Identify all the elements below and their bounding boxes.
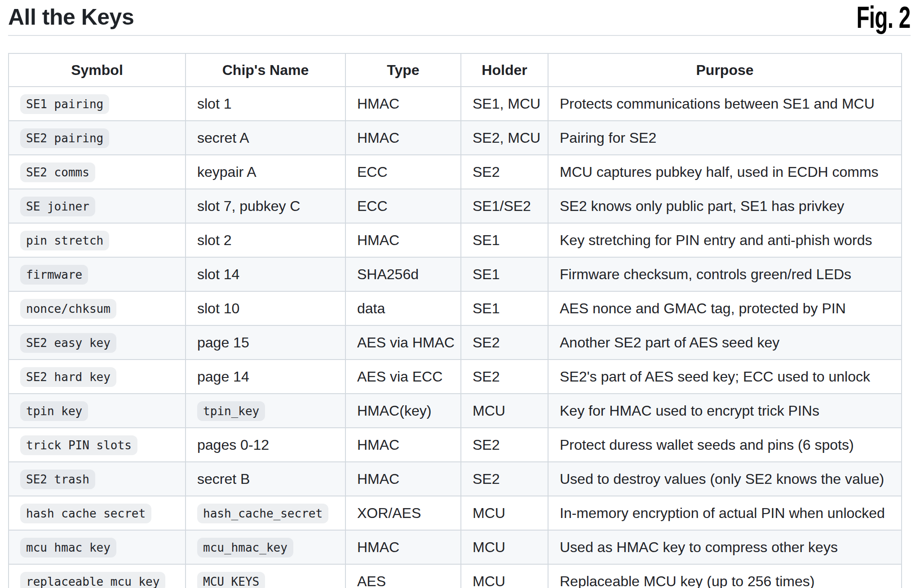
chip-name-cell: slot 2 — [186, 223, 345, 257]
symbol-cell: firmware — [9, 257, 186, 291]
holder-cell: SE1, MCU — [461, 87, 548, 121]
holder-cell: SE1 — [461, 291, 548, 325]
table-row: SE1 pairing slot 1 HMAC SE1, MCU Protect… — [9, 87, 902, 121]
purpose-cell: In-memory encryption of actual PIN when … — [548, 496, 902, 530]
table-row: trick PIN slots pages 0-12 HMAC SE2 Prot… — [9, 428, 902, 462]
symbol-cell: SE2 hard key — [9, 360, 186, 394]
chip-name-cell: slot 14 — [186, 257, 345, 291]
purpose-cell: Protects communications between SE1 and … — [548, 87, 902, 121]
symbol-code-pill: nonce/chksum — [20, 299, 116, 319]
header-type: Type — [345, 53, 461, 87]
symbol-cell: SE2 pairing — [9, 121, 186, 155]
header-holder: Holder — [461, 53, 548, 87]
symbol-cell: SE2 easy key — [9, 325, 186, 360]
holder-cell: SE1 — [461, 223, 548, 257]
chip-name-cell: tpin_key — [186, 394, 345, 428]
holder-cell: MCU — [461, 496, 548, 530]
purpose-cell: Used to destroy values (only SE2 knows t… — [548, 462, 902, 496]
table-header: Symbol Chip's Name Type Holder Purpose — [9, 53, 902, 87]
chip-name-cell: keypair A — [186, 155, 345, 189]
type-cell: data — [345, 291, 461, 325]
chip-name-cell: secret A — [186, 121, 345, 155]
chip-name-code-pill: MCU_KEYS — [197, 572, 265, 588]
purpose-cell: Used as HMAC key to compress other keys — [548, 530, 902, 564]
symbol-code-pill: firmware — [20, 265, 88, 285]
chip-name-cell: mcu_hmac_key — [186, 530, 345, 564]
symbol-cell: replaceable mcu key — [9, 564, 186, 588]
symbol-cell: SE joiner — [9, 189, 186, 223]
holder-cell: SE1 — [461, 257, 548, 291]
symbol-code-pill: tpin key — [20, 401, 88, 421]
header-chips-name: Chip's Name — [186, 53, 345, 87]
purpose-cell: Pairing for SE2 — [548, 121, 902, 155]
table-row: SE2 pairing secret A HMAC SE2, MCU Pairi… — [9, 121, 902, 155]
symbol-cell: hash cache secret — [9, 496, 186, 530]
holder-cell: SE2 — [461, 325, 548, 360]
holder-cell: SE2 — [461, 360, 548, 394]
chip-name-cell: slot 10 — [186, 291, 345, 325]
holder-cell: SE2 — [461, 428, 548, 462]
chip-name-code-pill: mcu_hmac_key — [197, 538, 293, 557]
type-cell: AES via HMAC — [345, 325, 461, 360]
symbol-code-pill: mcu hmac key — [20, 538, 116, 557]
purpose-cell: SE2 knows only public part, SE1 has priv… — [548, 189, 902, 223]
symbol-cell: tpin key — [9, 394, 186, 428]
holder-cell: SE2 — [461, 462, 548, 496]
type-cell: HMAC — [345, 87, 461, 121]
chip-name-cell: page 15 — [186, 325, 345, 360]
symbol-code-pill: SE2 trash — [20, 470, 95, 489]
header-symbol: Symbol — [9, 53, 186, 87]
table-row: mcu hmac key mcu_hmac_key HMAC MCU Used … — [9, 530, 902, 564]
symbol-code-pill: SE2 comms — [20, 162, 95, 182]
type-cell: HMAC — [345, 530, 461, 564]
table-row: SE2 hard key page 14 AES via ECC SE2 SE2… — [9, 360, 902, 394]
chip-name-cell: slot 7, pubkey C — [186, 189, 345, 223]
purpose-cell: MCU captures pubkey half, used in ECDH c… — [548, 155, 902, 189]
table-row: pin stretch slot 2 HMAC SE1 Key stretchi… — [9, 223, 902, 257]
chip-name-code-pill: tpin_key — [197, 401, 265, 421]
type-cell: ECC — [345, 189, 461, 223]
type-cell: HMAC — [345, 428, 461, 462]
purpose-cell: SE2's part of AES seed key; ECC used to … — [548, 360, 902, 394]
holder-cell: SE2 — [461, 155, 548, 189]
document-page: All the Keys Fig. 2 Symbol Chip's Name T… — [0, 0, 920, 588]
table-row: SE2 easy key page 15 AES via HMAC SE2 An… — [9, 325, 902, 360]
type-cell: HMAC — [345, 462, 461, 496]
table-row: replaceable mcu key MCU_KEYS AES MCU Rep… — [9, 564, 902, 588]
table-row: hash cache secret hash_cache_secret XOR/… — [9, 496, 902, 530]
chip-name-cell: hash_cache_secret — [186, 496, 345, 530]
symbol-cell: nonce/chksum — [9, 291, 186, 325]
table-body: SE1 pairing slot 1 HMAC SE1, MCU Protect… — [9, 87, 902, 588]
table-row: SE2 comms keypair A ECC SE2 MCU captures… — [9, 155, 902, 189]
chip-name-cell: page 14 — [186, 360, 345, 394]
symbol-code-pill: pin stretch — [20, 231, 109, 250]
type-cell: HMAC(key) — [345, 394, 461, 428]
purpose-cell: Protect duress wallet seeds and pins (6 … — [548, 428, 902, 462]
chip-name-code-pill: hash_cache_secret — [197, 504, 328, 523]
figure-label: Fig. 2 — [857, 1, 911, 33]
holder-cell: MCU — [461, 394, 548, 428]
type-cell: ECC — [345, 155, 461, 189]
symbol-cell: pin stretch — [9, 223, 186, 257]
header-purpose: Purpose — [548, 53, 902, 87]
table-row: SE joiner slot 7, pubkey C ECC SE1/SE2 S… — [9, 189, 902, 223]
type-cell: HMAC — [345, 121, 461, 155]
holder-cell: SE2, MCU — [461, 121, 548, 155]
table-row: tpin key tpin_key HMAC(key) MCU Key for … — [9, 394, 902, 428]
purpose-cell: Replaceable MCU key (up to 256 times) — [548, 564, 902, 588]
chip-name-cell: secret B — [186, 462, 345, 496]
page-header: All the Keys Fig. 2 — [8, 4, 911, 36]
symbol-code-pill: SE1 pairing — [20, 94, 109, 114]
symbol-code-pill: SE2 pairing — [20, 128, 109, 148]
purpose-cell: Key for HMAC used to encrypt trick PINs — [548, 394, 902, 428]
page-title: All the Keys — [8, 4, 911, 30]
type-cell: XOR/AES — [345, 496, 461, 530]
purpose-cell: Firmware checksum, controls green/red LE… — [548, 257, 902, 291]
purpose-cell: Another SE2 part of AES seed key — [548, 325, 902, 360]
holder-cell: SE1/SE2 — [461, 189, 548, 223]
symbol-code-pill: hash cache secret — [20, 504, 151, 523]
type-cell: HMAC — [345, 223, 461, 257]
symbol-code-pill: SE joiner — [20, 197, 95, 216]
keys-table: Symbol Chip's Name Type Holder Purpose S… — [8, 53, 902, 588]
table-row: firmware slot 14 SHA256d SE1 Firmware ch… — [9, 257, 902, 291]
